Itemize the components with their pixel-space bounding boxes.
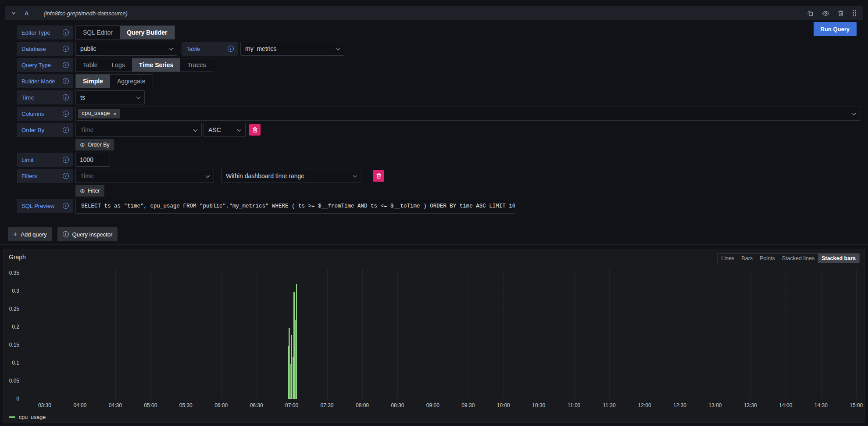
info-icon[interactable]: i xyxy=(63,203,69,209)
grid-line-vertical xyxy=(80,269,80,399)
time-label: Time i xyxy=(17,90,73,104)
columns-multiselect[interactable]: cpu_usage ✕ xyxy=(75,107,860,121)
column-chip[interactable]: cpu_usage ✕ xyxy=(78,109,120,118)
add-filter-button[interactable]: ⊕ Filter xyxy=(75,185,104,197)
grid-line-horizontal xyxy=(22,399,861,399)
table-select[interactable]: my_metrics xyxy=(240,42,344,56)
series-color-swatch[interactable] xyxy=(9,416,15,418)
grid-line-vertical xyxy=(45,269,45,399)
editor-type-option-sql-editor[interactable]: SQL Editor xyxy=(76,26,120,39)
remove-filter-button[interactable] xyxy=(373,170,384,182)
y-tick-label: 0.3 xyxy=(5,288,19,294)
info-icon[interactable]: i xyxy=(63,62,69,68)
info-icon: i xyxy=(63,231,69,237)
collapse-chevron-icon[interactable] xyxy=(11,10,17,16)
order-by-direction-select[interactable]: ASC xyxy=(204,123,246,137)
editor-type-option-query-builder[interactable]: Query Builder xyxy=(120,26,175,39)
legend: cpu_usage xyxy=(9,414,46,420)
chevron-down-icon xyxy=(353,173,357,178)
grid-line-horizontal xyxy=(22,273,861,273)
drag-handle-icon[interactable] xyxy=(852,10,857,17)
y-tick-label: 0.2 xyxy=(5,324,19,330)
add-order-by-button[interactable]: ⊕ Order By xyxy=(75,139,114,150)
info-icon[interactable]: i xyxy=(228,46,234,52)
info-icon[interactable]: i xyxy=(63,46,69,52)
grid-line-vertical xyxy=(221,269,221,399)
run-query-button[interactable]: Run Query xyxy=(814,22,857,36)
chevron-down-icon xyxy=(136,95,141,99)
mode-stacked-lines[interactable]: Stacked lines xyxy=(779,254,818,263)
x-tick-label: 05:30 xyxy=(175,402,197,408)
info-icon[interactable]: i xyxy=(63,29,69,36)
plot-area[interactable]: 03:3004:0004:3005:0005:3006:0006:3007:00… xyxy=(22,269,861,399)
add-query-button[interactable]: + Add query xyxy=(8,227,52,241)
y-tick-label: 0.15 xyxy=(5,342,19,348)
add-filter-row: ⊕ Filter xyxy=(75,185,863,197)
builder-mode-option-aggregate[interactable]: Aggregate xyxy=(110,75,153,88)
grid-line-vertical xyxy=(257,269,257,399)
section-divider xyxy=(0,244,868,245)
chevron-down-icon xyxy=(193,127,198,132)
mode-points[interactable]: Points xyxy=(756,254,779,263)
remove-order-by-button[interactable] xyxy=(249,124,261,136)
plus-icon: + xyxy=(13,231,17,238)
builder-mode-group: Simple Aggregate xyxy=(75,74,153,88)
x-tick-label: 08:30 xyxy=(386,402,408,408)
duplicate-query-icon[interactable] xyxy=(807,10,814,17)
mode-bars[interactable]: Bars xyxy=(738,254,756,263)
query-inspector-button[interactable]: i Query inspector xyxy=(57,227,118,241)
order-by-field-select[interactable]: Time xyxy=(75,123,202,137)
series-legend-label[interactable]: cpu_usage xyxy=(19,414,46,420)
x-tick-label: 11:30 xyxy=(598,402,620,408)
x-tick-label: 15:00 xyxy=(845,402,867,408)
info-icon[interactable]: i xyxy=(63,111,69,117)
remove-query-trash-icon[interactable] xyxy=(838,10,844,17)
x-tick-label: 14:00 xyxy=(775,402,797,408)
chevron-down-icon xyxy=(237,127,242,132)
info-icon[interactable]: i xyxy=(63,127,69,133)
filter-condition-select[interactable]: Within dashboard time range xyxy=(221,169,361,183)
grid-line-vertical xyxy=(362,269,363,399)
query-type-option-table[interactable]: Table xyxy=(76,58,104,72)
time-column-select[interactable]: ts xyxy=(75,90,145,104)
query-type-option-logs[interactable]: Logs xyxy=(104,58,132,72)
grid-line-vertical xyxy=(856,269,857,399)
x-tick-label: 03:30 xyxy=(34,402,56,408)
database-label: Database i xyxy=(17,42,73,56)
mode-lines[interactable]: Lines xyxy=(718,254,738,263)
info-icon[interactable]: i xyxy=(63,157,69,163)
limit-input[interactable] xyxy=(75,153,110,167)
query-editor-body: Run Query Editor Type i SQL Editor Query… xyxy=(5,20,863,224)
builder-mode-option-simple[interactable]: Simple xyxy=(76,75,110,88)
info-icon[interactable]: i xyxy=(63,78,69,84)
grid-line-vertical xyxy=(397,269,398,399)
hide-response-eye-icon[interactable] xyxy=(822,10,829,17)
filter-field-select[interactable]: Time xyxy=(75,169,214,183)
x-tick-label: 06:30 xyxy=(246,402,268,408)
x-tick-label: 06:00 xyxy=(210,402,232,408)
database-select[interactable]: public xyxy=(75,42,177,56)
mode-stacked-bars[interactable]: Stacked bars xyxy=(818,254,859,263)
info-icon[interactable]: i xyxy=(63,94,69,100)
query-row-header[interactable]: A (info8fcc-greptimedb-datasource) xyxy=(5,6,863,20)
filters-label: Filters i xyxy=(17,169,73,183)
limit-row: Limit i xyxy=(17,153,863,167)
query-ref-id[interactable]: A xyxy=(25,10,29,17)
order-by-label: Order By i xyxy=(17,123,73,137)
builder-mode-label: Builder Mode i xyxy=(17,74,73,88)
grid-line-horizontal xyxy=(22,309,861,309)
query-type-row: Query Type i Table Logs Time Series Trac… xyxy=(17,58,863,72)
close-icon[interactable]: ✕ xyxy=(113,111,117,116)
query-type-label: Query Type i xyxy=(17,58,73,72)
x-tick-label: 14:30 xyxy=(810,402,832,408)
x-tick-label: 10:00 xyxy=(493,402,514,408)
x-tick-label: 07:30 xyxy=(316,402,338,408)
chevron-down-icon xyxy=(206,173,210,178)
query-type-option-time-series[interactable]: Time Series xyxy=(132,58,180,72)
grid-line-horizontal xyxy=(22,291,861,291)
series-bar xyxy=(296,284,297,399)
grid-line-vertical xyxy=(574,269,575,399)
query-type-option-traces[interactable]: Traces xyxy=(180,58,213,72)
info-icon[interactable]: i xyxy=(63,173,69,179)
x-tick-label: 04:30 xyxy=(104,402,126,408)
